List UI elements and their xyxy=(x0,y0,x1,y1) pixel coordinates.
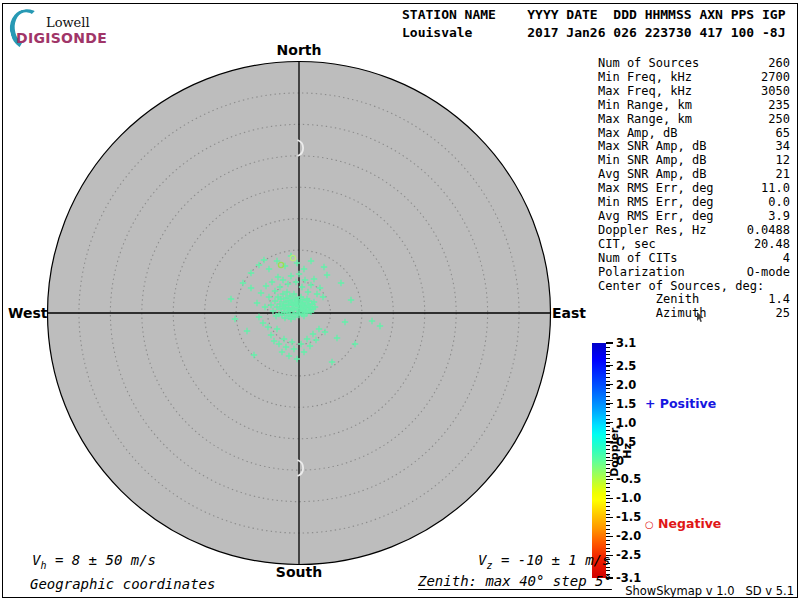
negative-doppler-legend: ○ Negative xyxy=(645,516,721,531)
stat-label: Polarization xyxy=(598,266,685,280)
station-header: STATION NAME YYYY DATE DDD HHMMSS AXN PP… xyxy=(402,6,786,42)
stat-label: Avg SNR Amp, dB xyxy=(598,168,706,182)
compass-east-label: East xyxy=(552,305,592,321)
stat-row-17: Zenith1.4 xyxy=(598,293,790,307)
header-columns-row: STATION NAME YYYY DATE DDD HHMMSS AXN PP… xyxy=(402,7,786,22)
colorbar-tick xyxy=(606,342,613,343)
stat-value: 21 xyxy=(776,168,790,182)
colorbar-tick-label: -3.1 xyxy=(616,571,641,585)
mouse-cursor-icon xyxy=(696,312,705,323)
colorbar-tick-label: 1.5 xyxy=(616,396,636,410)
stat-label: Doppler Res, Hz xyxy=(598,224,706,238)
stat-value: 2700 xyxy=(761,71,790,85)
stat-row-7: Min SNR Amp, dB12 xyxy=(598,154,790,168)
coordinate-system-label: Geographic coordinates xyxy=(30,576,215,592)
stat-value: O-mode xyxy=(747,266,790,280)
stat-label: Azimuth xyxy=(598,307,706,321)
stat-value: 1.4 xyxy=(768,293,790,307)
colorbar-gradient xyxy=(592,343,606,578)
colorbar-tick-label: -2.5 xyxy=(616,548,641,562)
stat-label: Zenith xyxy=(598,293,699,307)
logo-digisonde-text: DIGISONDE xyxy=(16,30,107,46)
header-values-row: Louisvale 2017 Jan26 026 223730 417 100 … xyxy=(402,25,786,40)
colorbar-tick-label: -2.0 xyxy=(616,529,641,543)
stat-label: Num of CITs xyxy=(598,252,677,266)
stat-label: Min Range, km xyxy=(598,99,692,113)
stat-label: Num of Sources xyxy=(598,57,699,71)
stat-row-4: Max Range, km250 xyxy=(598,113,790,127)
stat-label: Max SNR Amp, dB xyxy=(598,140,706,154)
stat-label: Avg RMS Err, deg xyxy=(598,210,714,224)
stat-value: 25 xyxy=(776,307,790,321)
stat-row-15: PolarizationO-mode xyxy=(598,266,790,280)
doppler-colorbar: 3.12.52.01.51.00.50-0.5-1.0-1.5-2.0-2.5-… xyxy=(592,343,682,579)
stat-label: Min RMS Err, deg xyxy=(598,196,714,210)
stat-value: 235 xyxy=(768,99,790,113)
vertical-velocity-readout: Vz = -10 ± 1 m/s xyxy=(478,552,610,571)
colorbar-tick-label: 3.1 xyxy=(616,336,636,350)
colorbar-tick-label: -1.0 xyxy=(616,491,641,505)
colorbar-tick-label: 2.0 xyxy=(616,377,636,391)
colorbar-tick xyxy=(606,403,613,404)
stat-row-10: Min RMS Err, deg0.0 xyxy=(598,196,790,210)
colorbar-tick xyxy=(606,384,613,385)
vz-value: = -10 ± 1 m/s xyxy=(492,552,610,568)
logo-lowell-text: Lowell xyxy=(46,15,90,30)
stat-value: 3050 xyxy=(761,85,790,99)
stat-row-5: Max Amp, dB65 xyxy=(598,127,790,141)
stat-value: 12 xyxy=(776,154,790,168)
stat-row-16: Center of Sources, deg: xyxy=(598,280,790,294)
stat-row-11: Avg RMS Err, deg3.9 xyxy=(598,210,790,224)
stat-label: Max Amp, dB xyxy=(598,127,677,141)
stat-row-8: Avg SNR Amp, dB21 xyxy=(598,168,790,182)
circle-marker-icon: ○ xyxy=(645,519,654,530)
stat-value: 4 xyxy=(783,252,790,266)
stat-value: 0.0488 xyxy=(747,224,790,238)
colorbar-tick xyxy=(606,498,613,499)
stat-value: 0.0 xyxy=(768,196,790,210)
stat-label: Max RMS Err, deg xyxy=(598,182,714,196)
positive-doppler-legend: + Positive xyxy=(645,396,716,411)
stat-value: 20.48 xyxy=(754,238,790,252)
stat-label: Max Freq, kHz xyxy=(598,85,692,99)
software-version-label: ShowSkymap v 1.0 SD v 5.1 xyxy=(625,584,794,598)
vh-value: = 8 ± 50 m/s xyxy=(46,552,156,568)
zenith-scale-note: Zenith: max 40° step 5° xyxy=(418,573,612,589)
stat-value: 34 xyxy=(776,140,790,154)
stat-value: 250 xyxy=(768,113,790,127)
stat-row-6: Max SNR Amp, dB34 xyxy=(598,140,790,154)
stat-label: Min Freq, kHz xyxy=(598,71,692,85)
stat-value: 3.9 xyxy=(768,210,790,224)
compass-north-label: North xyxy=(269,42,329,58)
stat-row-13: CIT, sec20.48 xyxy=(598,238,790,252)
colorbar-tick xyxy=(606,517,613,518)
colorbar-tick xyxy=(606,365,613,366)
stat-value: 260 xyxy=(768,57,790,71)
stat-label: Min SNR Amp, dB xyxy=(598,154,706,168)
horizontal-velocity-readout: Vh = 8 ± 50 m/s xyxy=(32,552,156,571)
stat-label: Max Range, km xyxy=(598,113,692,127)
plus-marker-icon: + xyxy=(645,396,655,411)
stat-row-1: Min Freq, kHz2700 xyxy=(598,71,790,85)
stat-row-18: Azimuth25 xyxy=(598,307,790,321)
digisonde-logo: Lowell DIGISONDE xyxy=(8,6,128,46)
stat-row-14: Num of CITs4 xyxy=(598,252,790,266)
measurement-stats-panel: Num of Sources260Min Freq, kHz2700Max Fr… xyxy=(598,57,790,321)
stat-row-12: Doppler Res, Hz0.0488 xyxy=(598,224,790,238)
stat-value: 65 xyxy=(776,127,790,141)
stat-label: Center of Sources, deg: xyxy=(598,280,764,294)
negative-label: Negative xyxy=(658,516,721,531)
stat-row-9: Max RMS Err, deg11.0 xyxy=(598,182,790,196)
colorbar-tick-label: 2.5 xyxy=(616,358,636,372)
stat-row-3: Min Range, km235 xyxy=(598,99,790,113)
stat-row-2: Max Freq, kHz3050 xyxy=(598,85,790,99)
compass-west-label: West xyxy=(8,305,46,321)
colorbar-tick-label: -1.5 xyxy=(616,510,641,524)
colorbar-tick xyxy=(606,536,613,537)
positive-label: Positive xyxy=(660,396,716,411)
compass-south-label: South xyxy=(269,564,329,580)
stat-value: 11.0 xyxy=(761,182,790,196)
stat-label: CIT, sec xyxy=(598,238,656,252)
stat-row-0: Num of Sources260 xyxy=(598,57,790,71)
colorbar-axis-title: Doppler, Hz xyxy=(608,416,634,486)
